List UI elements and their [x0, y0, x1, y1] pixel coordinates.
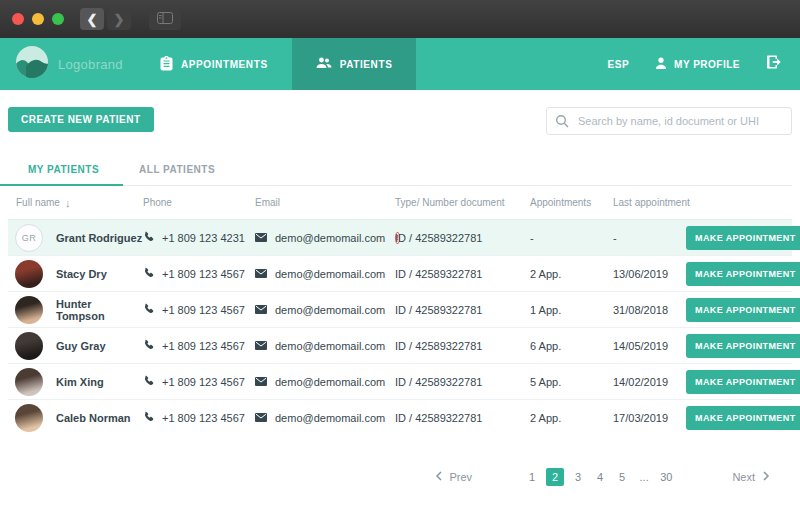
logout-button[interactable] — [766, 54, 782, 74]
app-window: ❮ ❯ Logobrand — [0, 0, 800, 521]
column-header-appointments: Appointments — [530, 197, 613, 208]
last-appointment-cell: - — [613, 232, 686, 244]
appointments-cell: 1 App. — [530, 304, 613, 316]
patient-name: Kim Xing — [56, 376, 104, 388]
nav-item-label: PATIENTS — [340, 59, 393, 70]
pagination-ellipsis: ... — [636, 468, 652, 486]
pagination-page-3[interactable]: 3 — [570, 468, 586, 486]
patient-row[interactable]: Hunter Tompson +1 809 123 4567 demo@demo… — [8, 291, 792, 327]
pagination-page-2[interactable]: 2 — [546, 468, 564, 486]
avatar — [15, 332, 43, 360]
phone-number: +1 809 123 4567 — [162, 340, 245, 352]
pagination-prev-button[interactable]: Prev — [435, 471, 473, 483]
document-cell: ID / 42589322781 — [395, 304, 530, 316]
patient-name: Grant Rodriguez — [56, 232, 142, 244]
phone-cell: +1 809 123 4567 — [143, 339, 255, 352]
patient-name-cell: Stacy Dry — [8, 260, 143, 288]
zoom-window-button[interactable] — [52, 13, 64, 25]
envelope-icon — [255, 340, 267, 352]
patient-name: Hunter Tompson — [56, 298, 143, 322]
phone-icon — [143, 231, 154, 244]
brand: Logobrand — [0, 38, 136, 90]
pagination-page-5[interactable]: 5 — [614, 468, 630, 486]
sidebar-toggle-button[interactable] — [149, 8, 181, 30]
document-cell: ID / 42589322781 — [395, 232, 530, 244]
make-appointment-button[interactable]: MAKE APPOINTMENT — [686, 262, 800, 286]
make-appointment-button[interactable]: MAKE APPOINTMENT — [686, 406, 800, 430]
my-profile-button[interactable]: MY PROFILE — [655, 57, 740, 72]
app-header: Logobrand APPOINTMENTS PATIENTS ESP — [0, 38, 800, 90]
email-address: demo@demomail.com — [275, 412, 385, 424]
nav-item-patients[interactable]: PATIENTS — [292, 38, 417, 90]
patient-row[interactable]: GR Grant Rodriguez +1 809 123 4231 demo@… — [8, 219, 792, 255]
phone-number: +1 809 123 4567 — [162, 268, 245, 280]
language-selector[interactable]: ESP — [608, 59, 630, 70]
document-cell: ID / 42589322781 — [395, 340, 530, 352]
column-header-last-appointment: Last appointment — [613, 197, 686, 208]
create-new-patient-button[interactable]: CREATE NEW PATIENT — [8, 107, 154, 132]
patient-row[interactable]: Kim Xing +1 809 123 4567 demo@demomail.c… — [8, 363, 792, 399]
minimize-window-button[interactable] — [32, 13, 44, 25]
patient-row[interactable]: Guy Gray +1 809 123 4567 demo@demomail.c… — [8, 327, 792, 363]
clipboard-icon — [160, 56, 173, 73]
brand-logo-icon — [16, 46, 48, 82]
avatar — [15, 296, 43, 324]
patient-name-cell: GR Grant Rodriguez — [8, 224, 143, 252]
patient-name-cell: Caleb Norman — [8, 404, 143, 432]
pagination-next-button[interactable]: Next — [732, 471, 770, 483]
column-label: Full name — [16, 197, 60, 208]
nav-item-label: APPOINTMENTS — [181, 59, 268, 70]
make-appointment-button[interactable]: MAKE APPOINTMENT — [686, 334, 800, 358]
phone-cell: +1 809 123 4567 — [143, 411, 255, 424]
email-cell: demo@demomail.com ! — [255, 232, 395, 244]
people-icon — [316, 57, 332, 71]
header-right: ESP MY PROFILE — [608, 38, 800, 90]
next-label: Next — [732, 471, 755, 483]
search-box — [546, 107, 792, 135]
column-header-email: Email — [255, 197, 395, 208]
patient-row[interactable]: Caleb Norman +1 809 123 4567 demo@demoma… — [8, 399, 792, 435]
pagination-page-30[interactable]: 30 — [658, 468, 674, 486]
phone-number: +1 809 123 4567 — [162, 304, 245, 316]
phone-cell: +1 809 123 4231 — [143, 231, 255, 244]
last-appointment-cell: 14/02/2019 — [613, 376, 686, 388]
tab-my-patients[interactable]: MY PATIENTS — [8, 164, 119, 185]
pagination-page-4[interactable]: 4 — [592, 468, 608, 486]
window-chrome: ❮ ❯ — [0, 0, 800, 38]
main-content: CREATE NEW PATIENT MY PATIENTS ALL PATIE… — [0, 90, 800, 521]
my-profile-label: MY PROFILE — [674, 59, 740, 70]
toolbar: CREATE NEW PATIENT — [8, 107, 792, 135]
appointments-cell: 2 App. — [530, 412, 613, 424]
email-cell: demo@demomail.com — [255, 412, 395, 424]
envelope-icon — [255, 376, 267, 388]
make-appointment-button[interactable]: MAKE APPOINTMENT — [686, 226, 800, 250]
email-address: demo@demomail.com — [275, 232, 385, 244]
chevron-right-icon — [763, 471, 770, 483]
patient-table-body: GR Grant Rodriguez +1 809 123 4231 demo@… — [8, 219, 792, 435]
patient-name: Caleb Norman — [56, 412, 131, 424]
pagination: Prev 12345...30 Next — [8, 468, 792, 486]
column-header-document: Type/ Number document — [395, 197, 530, 208]
pagination-page-1[interactable]: 1 — [524, 468, 540, 486]
patient-name: Guy Gray — [56, 340, 106, 352]
search-input[interactable] — [546, 107, 792, 135]
nav-item-appointments[interactable]: APPOINTMENTS — [136, 38, 292, 90]
search-icon — [555, 114, 569, 132]
email-address: demo@demomail.com — [275, 340, 385, 352]
make-appointment-button[interactable]: MAKE APPOINTMENT — [686, 370, 800, 394]
browser-forward-button[interactable]: ❯ — [107, 8, 131, 30]
phone-icon — [143, 303, 154, 316]
phone-icon — [143, 339, 154, 352]
sidebar-panel-icon — [157, 10, 173, 28]
column-header-full-name[interactable]: Full name ↓ — [8, 197, 143, 209]
appointments-cell: 2 App. — [530, 268, 613, 280]
browser-back-button[interactable]: ❮ — [80, 8, 104, 30]
make-appointment-button[interactable]: MAKE APPOINTMENT — [686, 298, 800, 322]
traffic-lights — [12, 13, 64, 25]
last-appointment-cell: 31/08/2018 — [613, 304, 686, 316]
tab-all-patients[interactable]: ALL PATIENTS — [119, 164, 235, 185]
patient-row[interactable]: Stacy Dry +1 809 123 4567 demo@demomail.… — [8, 255, 792, 291]
email-cell: demo@demomail.com — [255, 376, 395, 388]
table-header: Full name ↓ Phone Email Type/ Number doc… — [8, 186, 792, 219]
close-window-button[interactable] — [12, 13, 24, 25]
